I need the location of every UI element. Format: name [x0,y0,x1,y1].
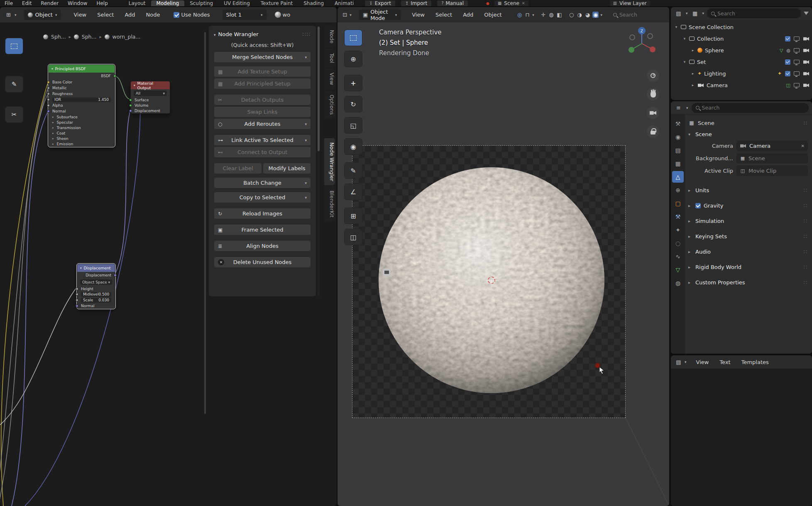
properties-search-input[interactable] [702,105,805,111]
editor-type-dropdown-icon[interactable]: ▾ [686,11,688,15]
camera-view-button[interactable] [647,107,659,119]
editor-type-icon[interactable]: ⊞ [4,12,13,18]
snap-magnet-icon[interactable]: ⊓ [524,12,531,18]
shading-material-icon[interactable]: ◕ [585,12,591,18]
reload-images-button[interactable]: ↻Reload Images [214,208,311,219]
shading-rendered-icon[interactable]: ◉ [592,12,599,18]
viewport-search-input[interactable] [619,12,661,18]
scale-socket[interactable] [76,299,78,302]
rotate-tool[interactable]: ↻ [344,96,362,112]
section-emission[interactable]: Emission [49,141,115,147]
editor-type-icon[interactable]: ▤ [674,10,683,17]
xray-icon[interactable]: ◧ [556,12,563,18]
tab-render[interactable]: ◉ [672,131,684,143]
tab-modifiers[interactable]: ⚒ [672,211,684,222]
menu-edit[interactable]: Edit [17,0,36,6]
collapse-icon[interactable]: ▾ [80,266,82,270]
section-transmission[interactable]: Transmission [49,125,115,130]
node-header[interactable]: ▾Displacement [77,264,115,272]
navigation-gizmo[interactable]: Z [625,25,658,59]
overlays-icon[interactable]: ◍ [548,12,554,18]
disclosure-icon[interactable]: ▸ [691,71,695,76]
midlevel-socket[interactable] [76,293,78,296]
editor-type-dropdown-icon[interactable]: ▾ [15,13,17,17]
tab-output[interactable]: ▤ [672,144,684,156]
manual-button[interactable]: ?Manual [437,0,468,6]
ior-slider[interactable]: IOR1.450 [52,98,111,102]
node-header[interactable]: ▾Principled BSDF [49,65,115,73]
disable-render-icon[interactable] [803,48,809,52]
exclude-checkbox[interactable] [785,71,790,76]
workspace-tab-uv-editing[interactable]: UV Editing [218,0,255,6]
view-menu[interactable]: View [407,12,429,18]
disclosure-icon[interactable]: ▸ [691,83,695,87]
active-clip-field[interactable]: ◫Movie Clip [736,166,808,176]
slot-dropdown[interactable]: Slot 1▾ [223,10,267,20]
disclosure-icon[interactable]: ▾ [682,37,687,41]
disable-render-icon[interactable] [803,83,809,87]
ior-socket[interactable] [47,98,50,101]
normal-socket[interactable] [76,304,78,307]
workspace-tab-sculpting[interactable]: Sculpting [184,0,218,6]
tab-constraints[interactable]: ∿ [672,251,684,262]
align-nodes-button[interactable]: ≣Align Nodes [214,240,311,252]
use-nodes-checkbox[interactable] [174,12,179,18]
midlevel-slider[interactable]: Midlevel0.500 [81,292,111,297]
panel-scrollbar[interactable] [318,26,320,296]
mode-dropdown[interactable]: ▣Object Mode▾ [359,10,401,20]
disclosure-icon[interactable]: ▾ [674,25,678,29]
camera-field[interactable]: Camera✕ [736,141,808,151]
copy-to-selected-button[interactable]: Copy to Selected▾ [214,192,311,203]
merge-selected-nodes-button[interactable]: Merge Selected Nodes▾ [214,51,311,63]
displacement-output-socket[interactable] [114,274,117,276]
editor-type-icon[interactable]: ≡ [674,105,683,111]
editor-type-icon[interactable]: ▤ [674,359,683,365]
tab-world[interactable]: ⊕ [672,184,684,196]
panel-custom-properties[interactable]: ▸Custom Properties∷ [688,275,808,290]
connect-to-output-button[interactable]: ⊷Connect to Output [214,147,311,158]
delete-unused-nodes-button[interactable]: ✕Delete Unused Nodes [214,257,311,268]
disclosure-icon[interactable]: ▸ [691,48,695,52]
row-set[interactable]: ▾ Set [671,56,812,68]
drag-handle[interactable]: ∷ [804,120,808,126]
menu-help[interactable]: Help [92,0,112,6]
roughness-socket[interactable] [47,93,50,95]
breadcrumb-material[interactable]: worn_pla... [113,34,141,40]
menu-render[interactable]: Render [36,0,63,6]
select-menu[interactable]: Select [431,12,457,18]
tab-particles[interactable]: ✦ [672,224,684,236]
node-wrangler-panel-header[interactable]: ▾Node Wrangler ∷∷ [214,28,311,40]
display-mode-dropdown-icon[interactable]: ▾ [702,11,704,15]
measure-tool[interactable]: ∠ [344,183,362,200]
tab-object-data[interactable]: ▽ [672,264,684,276]
workspace-tab-animation[interactable]: Animati [329,0,359,6]
hide-viewport-icon[interactable] [794,83,800,87]
shading-dropdown-icon[interactable]: ▾ [600,13,602,17]
collapse-icon[interactable]: ▾ [51,67,53,71]
viewport-search[interactable] [609,10,665,20]
view-layer-selector[interactable]: ▥View Layer [610,0,650,6]
tab-scene[interactable]: △ [672,171,684,183]
add-menu[interactable]: Add [458,12,478,18]
object-menu[interactable]: Object [479,12,506,18]
hide-viewport-icon[interactable] [794,37,800,41]
select-box-tool[interactable] [344,29,362,46]
metallic-socket[interactable] [47,87,50,90]
disable-render-icon[interactable] [803,71,809,76]
panel-simulation[interactable]: ▸Simulation∷ [688,213,808,229]
outliner-search-input[interactable] [717,10,797,17]
target-dropdown[interactable]: All▾ [134,90,167,96]
tab-blenderkit[interactable]: BlenderKit [324,186,335,222]
panel-gravity[interactable]: ▸Gravity∷ [688,198,808,213]
outliner-search[interactable] [707,8,801,18]
gravity-checkbox[interactable] [695,203,701,208]
tab-view[interactable]: View [324,68,335,89]
filter-icon[interactable] [804,12,809,15]
node-material-output[interactable]: ▾Material Output All▾ Surface Volume Dis… [130,81,170,114]
hide-viewport-icon[interactable] [794,71,800,76]
panel-drag-handle[interactable]: ∷∷ [302,31,311,37]
properties-search[interactable] [692,103,809,113]
menu-window[interactable]: Window [63,0,92,6]
shader-menu-view[interactable]: View [69,12,91,18]
zoom-button[interactable] [647,69,659,82]
